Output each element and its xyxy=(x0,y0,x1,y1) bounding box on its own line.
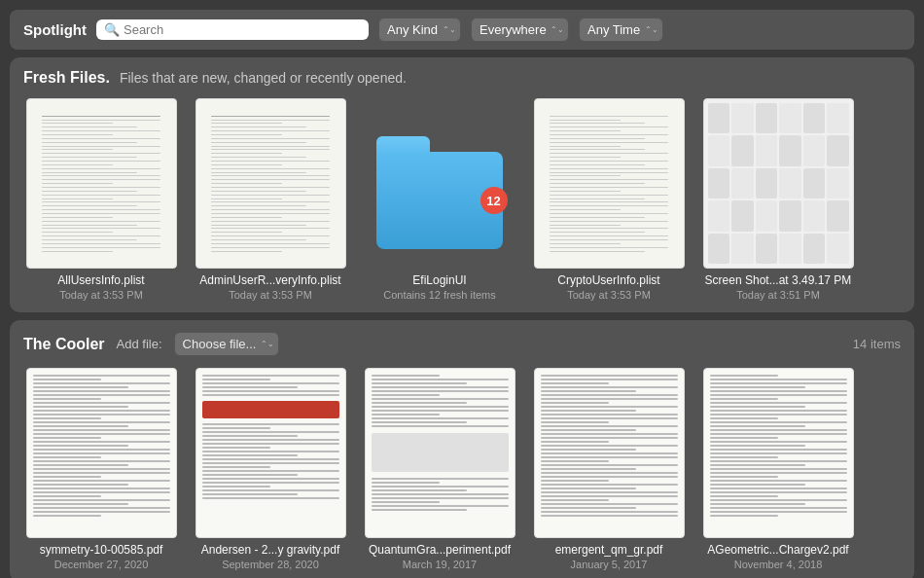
kind-filter-wrapper[interactable]: Any Kind xyxy=(378,18,461,42)
paper-line xyxy=(710,402,847,404)
ss-cell xyxy=(803,103,826,133)
list-item[interactable]: AGeometric...Chargev2.pdf November 4, 20… xyxy=(700,368,856,570)
ss-cell xyxy=(803,168,826,199)
thumb-line xyxy=(211,217,282,218)
paper-line xyxy=(541,386,678,388)
thumb-line xyxy=(42,123,113,124)
thumb-line xyxy=(211,116,330,117)
paper-line xyxy=(33,472,170,474)
paper-line xyxy=(33,460,170,462)
paper-line xyxy=(202,439,339,441)
thumb-line xyxy=(550,195,668,196)
paper-line xyxy=(202,382,339,384)
list-item[interactable]: Andersen - 2...y gravity.pdf September 2… xyxy=(193,368,348,570)
list-item[interactable]: CryptoUserInfo.plist Today at 3:53 PM xyxy=(531,98,687,301)
ss-cell xyxy=(731,168,754,199)
thumb-line xyxy=(211,123,282,124)
thumb-line xyxy=(211,247,330,248)
paper-line xyxy=(372,375,441,377)
list-item[interactable]: 12 EfiLoginUI Contains 12 fresh items xyxy=(362,98,517,301)
paper-line xyxy=(33,441,170,443)
list-item[interactable]: QuantumGra...periment.pdf March 19, 2017 xyxy=(362,368,517,570)
thumb-line xyxy=(550,239,668,240)
ss-cell xyxy=(731,200,754,231)
ss-row xyxy=(708,135,849,165)
paper-line xyxy=(710,379,847,380)
thumb-lines xyxy=(203,108,338,260)
paper-line xyxy=(33,464,129,466)
list-item[interactable]: Screen Shot...at 3.49.17 PM Today at 3:5… xyxy=(700,98,856,301)
thumb-line xyxy=(211,228,330,229)
file-date: January 5, 2017 xyxy=(571,559,648,570)
location-filter-wrapper[interactable]: Everywhere xyxy=(471,18,569,42)
paper-line xyxy=(372,386,509,388)
paper-line xyxy=(33,491,170,493)
paper-line xyxy=(541,456,678,458)
fresh-files-subtitle: Files that are new, changed or recently … xyxy=(120,70,407,86)
paper-line xyxy=(541,511,678,513)
thumb-line xyxy=(550,149,644,150)
thumb-line xyxy=(550,225,621,226)
paper-line xyxy=(33,402,170,404)
paper-line xyxy=(202,454,299,456)
paper-line xyxy=(710,452,847,454)
thumb-line xyxy=(211,205,305,206)
list-item[interactable]: emergent_qm_gr.pdf January 5, 2017 xyxy=(531,368,687,570)
thumb-line xyxy=(211,183,282,184)
thumb-line xyxy=(211,175,330,176)
paper-line xyxy=(372,406,509,408)
paper-line xyxy=(33,425,129,427)
ss-cell xyxy=(827,200,849,231)
paper-line xyxy=(372,486,509,488)
thumb-line xyxy=(211,213,330,214)
paper-line xyxy=(710,515,779,517)
paper-line xyxy=(710,433,847,435)
paper-line xyxy=(202,427,271,429)
paper-line xyxy=(541,488,637,489)
paper-line xyxy=(710,414,847,415)
paper-line xyxy=(33,406,129,408)
ss-cell xyxy=(731,234,754,264)
thumb-line xyxy=(42,164,113,165)
location-filter[interactable]: Everywhere xyxy=(471,18,569,42)
paper-line xyxy=(202,486,271,488)
file-name: AllUsersInfo.plist xyxy=(57,273,144,287)
kind-filter[interactable]: Any Kind xyxy=(378,18,461,42)
file-name: emergent_qm_gr.pdf xyxy=(555,543,663,557)
paper-line xyxy=(202,470,339,472)
thumb-line xyxy=(42,172,136,173)
thumb-line xyxy=(42,225,136,226)
paper-line xyxy=(33,394,170,396)
time-filter[interactable]: Any Time xyxy=(579,18,663,42)
ss-row xyxy=(708,234,849,264)
paper-line xyxy=(710,507,847,509)
thumb-line xyxy=(42,183,113,184)
list-item[interactable]: AdminUserR...veryInfo.plist Today at 3:5… xyxy=(193,98,348,301)
ss-cell xyxy=(779,135,801,165)
thumb-line xyxy=(550,138,644,139)
choose-file-wrapper[interactable]: Choose file... xyxy=(174,332,279,356)
paper-line xyxy=(710,476,779,478)
paper-line xyxy=(33,417,102,419)
ss-cell xyxy=(803,234,826,264)
spotlight-label: Spotlight xyxy=(23,21,87,38)
thumb-line xyxy=(42,138,160,139)
paper-line xyxy=(33,499,170,501)
file-thumbnail xyxy=(195,98,346,269)
cooler-header: The Cooler Add file: Choose file... 14 i… xyxy=(23,332,901,356)
list-item[interactable]: AllUsersInfo.plist Today at 3:53 PM xyxy=(23,98,179,301)
paper-line xyxy=(372,478,509,480)
list-item[interactable]: symmetry-10-00585.pdf December 27, 2020 xyxy=(23,368,179,570)
choose-file-select[interactable]: Choose file... xyxy=(174,332,279,356)
paper-line xyxy=(710,441,847,443)
thumb-line xyxy=(42,168,160,169)
thumb-line xyxy=(42,120,160,121)
search-input[interactable] xyxy=(124,22,361,37)
ss-row xyxy=(708,103,849,133)
thumb-line xyxy=(550,120,621,121)
thumb-line xyxy=(211,126,305,127)
paper-line xyxy=(33,456,102,458)
time-filter-wrapper[interactable]: Any Time xyxy=(579,18,663,42)
thumb-line xyxy=(42,187,160,188)
file-name: AdminUserR...veryInfo.plist xyxy=(199,273,340,287)
